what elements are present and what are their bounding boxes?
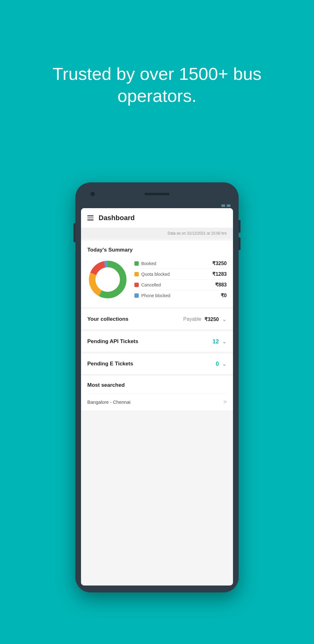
phone-color [134, 293, 139, 298]
booked-color [134, 261, 139, 266]
power-button [239, 220, 241, 233]
front-camera [90, 192, 95, 196]
hamburger-line-3 [87, 219, 94, 220]
pending-api-row[interactable]: Pending API Tickets 12 ⌄ [81, 331, 233, 352]
pending-api-value: 12 [213, 338, 219, 345]
hamburger-line-2 [87, 218, 94, 219]
summary-content: Booked ₹3250 Quota blocked ₹1283 [87, 258, 227, 301]
pending-e-chevron-icon: ⌄ [222, 360, 227, 367]
status-bar [81, 203, 233, 208]
signal-dot-2 [227, 204, 230, 207]
hamburger-line-1 [87, 215, 94, 216]
signal-dot-1 [221, 204, 225, 207]
chart-legend: Booked ₹3250 Quota blocked ₹1283 [134, 258, 227, 301]
collections-payable-label: Payable [183, 316, 202, 322]
legend-booked: Booked ₹3250 [134, 258, 227, 269]
cancelled-value: ₹883 [215, 282, 227, 288]
pending-api-right: 12 ⌄ [213, 338, 227, 345]
pending-e-right: 0 ⌄ [216, 360, 227, 367]
route-chevron-icon: > [223, 399, 227, 405]
legend-cancelled: Cancelled ₹883 [134, 280, 227, 290]
phone-mockup: Dashboard Data as on 31/12/2021 at 15:00… [75, 182, 239, 592]
summary-section: Today's Summary [81, 241, 233, 307]
speaker [144, 193, 170, 195]
most-searched-section: Most searched Bangalore - Chennai > [81, 376, 233, 410]
booked-label: Booked [141, 261, 156, 266]
booked-value: ₹3250 [212, 260, 227, 266]
collections-label: Your collections [87, 316, 128, 322]
collections-value: ₹3250 [204, 316, 219, 322]
app-title: Dashboard [99, 214, 135, 222]
legend-quota: Quota blocked ₹1283 [134, 269, 227, 280]
collections-right: Payable ₹3250 ⌄ [183, 316, 227, 323]
legend-phone: Phone blocked ₹0 [134, 290, 227, 301]
pending-e-row[interactable]: Pending E Tickets 0 ⌄ [81, 353, 233, 375]
pending-api-chevron-icon: ⌄ [222, 338, 227, 345]
cancelled-color [134, 283, 139, 287]
quota-label: Quota blocked [141, 272, 170, 277]
legend-cancelled-left: Cancelled [134, 282, 161, 287]
hero-heading: Trusted by over 1500+ bus operators. [0, 63, 314, 107]
phone-value: ₹0 [221, 292, 227, 298]
route-text: Bangalore - Chennai [87, 399, 131, 405]
cancelled-label: Cancelled [141, 282, 161, 287]
phone-top-bar [81, 189, 233, 199]
phone-label: Phone blocked [141, 293, 171, 298]
quota-value: ₹1283 [212, 271, 227, 277]
collections-chevron-icon: ⌄ [222, 316, 227, 323]
collections-row[interactable]: Your collections Payable ₹3250 ⌄ [81, 309, 233, 330]
donut-chart [87, 259, 128, 300]
pending-e-value: 0 [216, 361, 219, 367]
quota-color [134, 272, 139, 276]
legend-phone-left: Phone blocked [134, 293, 171, 298]
phone-frame: Dashboard Data as on 31/12/2021 at 15:00… [75, 182, 239, 592]
route-item-bangalore-chennai[interactable]: Bangalore - Chennai > [87, 393, 227, 410]
phone-screen: Dashboard Data as on 31/12/2021 at 15:00… [81, 208, 233, 586]
summary-title: Today's Summary [87, 247, 227, 253]
most-searched-title: Most searched [87, 382, 227, 388]
menu-button[interactable] [87, 215, 94, 220]
data-timestamp: Data as on 31/12/2021 at 15:00 hrs [81, 228, 233, 239]
app-header: Dashboard [81, 208, 233, 228]
legend-quota-left: Quota blocked [134, 272, 170, 277]
legend-booked-left: Booked [134, 261, 156, 266]
pending-api-label: Pending API Tickets [87, 338, 138, 345]
volume-down-button [239, 237, 241, 250]
volume-up-button [73, 223, 75, 242]
pending-e-label: Pending E Tickets [87, 361, 133, 367]
